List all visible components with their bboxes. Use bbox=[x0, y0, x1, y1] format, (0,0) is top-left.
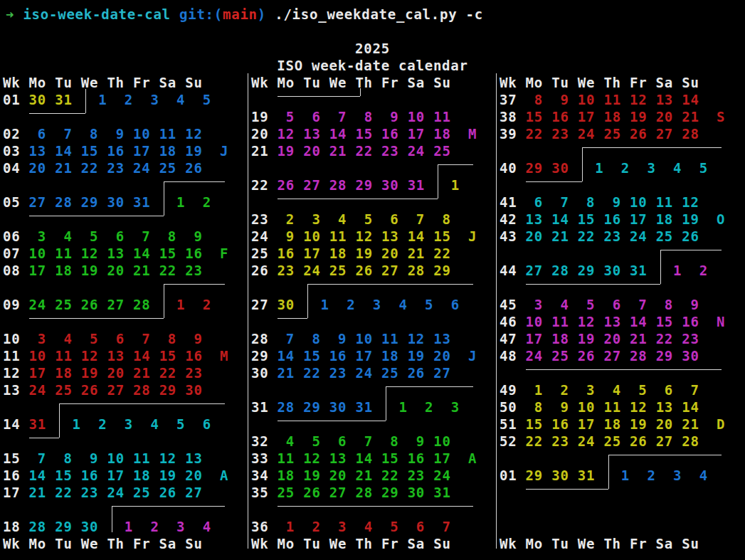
week-row-32: 32 4 5 6 7 8 9 10 bbox=[251, 433, 451, 450]
day-cell: 15 bbox=[517, 109, 543, 125]
prompt-arrow-icon: ➜ bbox=[6, 6, 14, 22]
day-cell: 5 bbox=[73, 228, 99, 244]
day-cell: 27 bbox=[20, 194, 46, 210]
day-cell: 9 bbox=[398, 433, 425, 449]
day-cell: 20 bbox=[425, 348, 451, 364]
day-cell: 22 bbox=[46, 485, 73, 500]
week-row-03: 03 13 14 15 16 17 18 19 J bbox=[3, 142, 228, 159]
day-cell: 6 bbox=[373, 211, 399, 227]
day-cell: 30 bbox=[673, 348, 699, 364]
day-cell: 28 bbox=[20, 519, 46, 534]
week-number: 04 bbox=[3, 160, 20, 176]
week-number: 31 bbox=[251, 399, 268, 415]
day-cell: 12 bbox=[621, 92, 648, 107]
day-cell: 22 bbox=[569, 228, 596, 244]
day-cell: 2 bbox=[603, 160, 630, 176]
day-cell: 12 bbox=[673, 194, 699, 210]
day-cell: 6 bbox=[295, 109, 321, 125]
week-number: 33 bbox=[251, 450, 268, 466]
day-cell: 28 bbox=[125, 297, 151, 312]
week-number: 26 bbox=[251, 263, 268, 278]
week-row-28: 28 7 8 9 10 11 12 13 bbox=[251, 330, 451, 347]
month-letter: M bbox=[451, 126, 477, 142]
week-row-21: 21 19 20 21 22 23 24 25 bbox=[251, 142, 451, 159]
day-cell: 18 bbox=[373, 348, 399, 364]
day-cell: 7 bbox=[673, 382, 699, 398]
day-cell: 6 bbox=[185, 416, 211, 432]
week-number: 40 bbox=[500, 160, 517, 176]
day-cell: 1 bbox=[46, 416, 81, 432]
month-separator-top bbox=[608, 455, 722, 455]
week-row-36: 36 1 2 3 4 5 6 7 bbox=[251, 518, 451, 535]
day-cell: 11 bbox=[647, 194, 673, 210]
day-cell: 6 bbox=[433, 297, 460, 312]
week-row-49: 49 1 2 3 4 5 6 7 bbox=[500, 381, 699, 398]
week-row-10: 10 3 4 5 6 7 8 9 bbox=[3, 330, 203, 347]
week-number: 23 bbox=[251, 211, 268, 227]
month-separator-vertical bbox=[582, 147, 583, 181]
week-row-46: 46 10 11 12 13 14 15 16 N bbox=[500, 313, 725, 330]
prompt-line: ➜ iso-week-date-cal git:(main) ./iso_wee… bbox=[6, 6, 483, 23]
day-cell: 25 bbox=[125, 485, 151, 500]
day-cell: 24 bbox=[398, 143, 425, 159]
week-row-16: 16 14 15 16 17 18 19 20 A bbox=[3, 467, 228, 484]
day-cell: 22 bbox=[517, 126, 543, 142]
day-cell: 8 bbox=[150, 228, 176, 244]
day-cell: 7 bbox=[347, 433, 373, 449]
week-row-37: 37 8 9 10 11 12 13 14 bbox=[500, 91, 699, 108]
day-cell: 23 bbox=[176, 365, 203, 381]
week-row-02: 02 6 7 8 9 10 11 12 bbox=[3, 125, 203, 142]
week-row-06: 06 3 4 5 6 7 8 9 bbox=[3, 228, 203, 245]
day-cell: 1 bbox=[517, 382, 543, 398]
day-header-text: Wk Mo Tu We Th Fr Sa Su bbox=[251, 536, 451, 551]
day-cell: 1 bbox=[73, 92, 107, 107]
day-cell: 15 bbox=[373, 450, 399, 466]
day-cell: 11 bbox=[150, 126, 176, 142]
day-cell: 3 bbox=[569, 382, 596, 398]
day-cell: 19 bbox=[268, 143, 295, 159]
day-cell: 25 bbox=[373, 365, 399, 381]
day-cell: 7 bbox=[268, 331, 295, 347]
week-number: 45 bbox=[500, 297, 517, 312]
day-cell: 29 bbox=[425, 263, 451, 278]
day-cell: 14 bbox=[125, 348, 151, 364]
week-number: 50 bbox=[500, 399, 517, 415]
day-cell: 22 bbox=[373, 467, 399, 483]
day-cell: 10 bbox=[20, 348, 46, 364]
day-cell: 29 bbox=[373, 485, 399, 500]
day-cell: 16 bbox=[268, 245, 295, 261]
week-number: 11 bbox=[3, 348, 20, 364]
day-cell: 1 bbox=[373, 399, 408, 415]
day-cell: 3 bbox=[133, 92, 159, 107]
day-cell: 4 bbox=[133, 416, 159, 432]
month-letter: D bbox=[699, 416, 726, 432]
day-cell: 14 bbox=[321, 126, 347, 142]
day-cell: 22 bbox=[647, 331, 673, 347]
day-cell: 5 bbox=[268, 109, 295, 125]
day-cell: 4 bbox=[321, 211, 347, 227]
day-cell: 15 bbox=[425, 228, 451, 244]
day-cell: 26 bbox=[268, 177, 295, 193]
day-cell: 30 bbox=[595, 263, 621, 278]
day-cell: 26 bbox=[398, 365, 425, 381]
day-cell: 16 bbox=[73, 467, 99, 483]
day-cell: 24 bbox=[569, 126, 596, 142]
prompt-directory: iso-week-date-cal bbox=[23, 6, 170, 22]
prompt-spacer bbox=[266, 6, 275, 22]
day-cell: 30 bbox=[321, 399, 347, 415]
week-number: 41 bbox=[500, 194, 517, 210]
day-cell: 6 bbox=[98, 331, 125, 347]
day-cell: 3 bbox=[517, 297, 543, 312]
day-header-top: Wk Mo Tu We Th Fr Sa Su bbox=[251, 74, 451, 91]
day-cell: 30 bbox=[398, 485, 425, 500]
day-cell: 27 bbox=[517, 263, 543, 278]
month-separator-bottom bbox=[526, 284, 660, 285]
day-cell: 29 bbox=[150, 382, 176, 398]
week-number: 49 bbox=[500, 382, 517, 398]
month-separator-bottom bbox=[278, 199, 438, 199]
day-cell: 5 bbox=[621, 382, 648, 398]
day-cell: 19 bbox=[73, 365, 99, 381]
day-cell: 14 bbox=[673, 399, 699, 415]
week-number: 48 bbox=[500, 348, 517, 364]
day-cell: 8 bbox=[347, 109, 373, 125]
